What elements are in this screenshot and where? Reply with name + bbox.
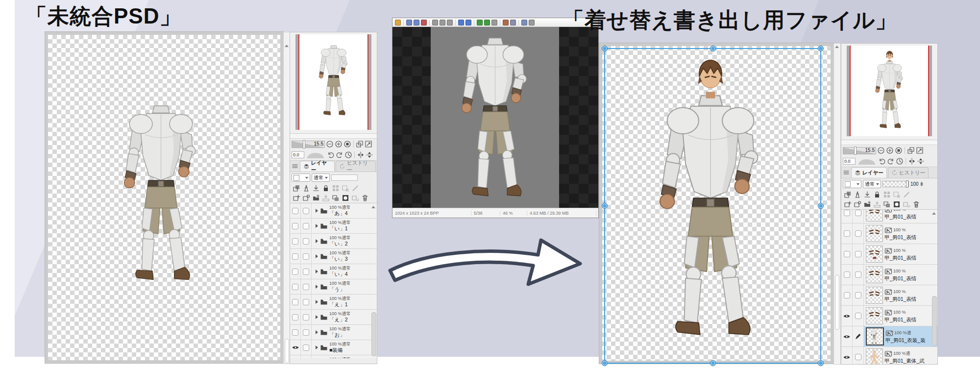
dots-icon[interactable] xyxy=(883,191,891,198)
expander-icon[interactable] xyxy=(316,270,318,273)
select-checkbox[interactable] xyxy=(855,313,861,319)
delete-file-icon[interactable] xyxy=(421,20,427,25)
scroll-up-icon[interactable] xyxy=(835,46,839,48)
new-folder-icon[interactable] xyxy=(863,200,871,208)
zoom-slider[interactable]: 15.5 xyxy=(292,141,325,148)
opacity-slider[interactable] xyxy=(331,174,358,181)
expander-icon[interactable] xyxy=(316,300,318,304)
viewer-image-area[interactable] xyxy=(392,27,598,208)
right-canvas[interactable] xyxy=(599,43,833,364)
transfer-icon[interactable] xyxy=(873,200,881,208)
apply-mask-icon[interactable] xyxy=(351,194,359,202)
palette-combo[interactable] xyxy=(292,173,310,182)
transfer-icon[interactable] xyxy=(322,194,330,202)
plus-circle-icon[interactable] xyxy=(886,147,894,154)
draw-pin-icon[interactable] xyxy=(312,184,320,192)
flip-h-icon[interactable] xyxy=(908,157,916,165)
visibility-checkbox[interactable] xyxy=(292,269,298,275)
visibility-checkbox[interactable] xyxy=(844,251,850,257)
rotation-slider[interactable] xyxy=(857,158,877,165)
scroll-up-icon[interactable] xyxy=(285,45,289,47)
opacity-slider[interactable] xyxy=(882,181,909,187)
select-checkbox[interactable] xyxy=(855,210,861,216)
tab-layer[interactable]: レイヤー xyxy=(851,167,887,178)
scroll-up-icon[interactable] xyxy=(932,212,936,215)
visibility-checkbox[interactable] xyxy=(292,284,298,290)
layer-row[interactable]: 100 %通常 「い」3 xyxy=(290,249,377,264)
ruler-x-icon[interactable] xyxy=(351,184,359,192)
select-checkbox[interactable] xyxy=(303,238,309,245)
scrollbar-thumb[interactable] xyxy=(285,339,289,363)
expander-icon[interactable] xyxy=(316,315,318,319)
sel-x-icon[interactable] xyxy=(893,191,901,198)
tab-layer[interactable]: レイヤー xyxy=(300,161,335,172)
undo-icon[interactable] xyxy=(327,151,335,159)
layer-row[interactable]: 100 %通常 「い」4 xyxy=(290,264,377,279)
layer-row[interactable]: 100 %通常 「う」 xyxy=(290,279,377,295)
layer-row[interactable]: 100 % 甲_男01_表情 xyxy=(841,209,937,223)
layer-row[interactable]: 100 % 甲_男01_表情 xyxy=(841,306,937,326)
blend-mode-combo[interactable]: 通常 xyxy=(863,180,881,188)
info-icon[interactable] xyxy=(521,20,527,25)
select-checkbox[interactable] xyxy=(855,354,861,360)
move-file-icon[interactable] xyxy=(440,20,445,25)
trash-icon[interactable] xyxy=(912,200,920,208)
apply-mask-icon[interactable] xyxy=(903,200,910,208)
select-checkbox[interactable] xyxy=(303,223,309,229)
select-checkbox[interactable] xyxy=(303,345,309,351)
visibility-checkbox[interactable] xyxy=(292,314,298,321)
visibility-checkbox[interactable] xyxy=(844,292,850,298)
expander-icon[interactable] xyxy=(316,239,318,243)
clock-icon[interactable] xyxy=(896,157,904,165)
visibility-checkbox[interactable] xyxy=(292,253,298,260)
merge-icon[interactable] xyxy=(883,200,891,208)
selection-handle-bc[interactable] xyxy=(710,360,716,366)
lock-icon[interactable] xyxy=(873,191,881,198)
expander-icon[interactable] xyxy=(316,285,318,289)
selection-handle-tl[interactable] xyxy=(602,46,608,51)
ruler-x-icon[interactable] xyxy=(903,191,910,198)
navigator-preview[interactable] xyxy=(841,44,937,140)
stop-circle-icon[interactable] xyxy=(895,147,903,154)
new-layer2-icon[interactable] xyxy=(854,200,861,208)
navigator-hscrollbar[interactable] xyxy=(841,140,937,145)
navigator-preview[interactable] xyxy=(290,32,377,134)
rotate-image-icon[interactable] xyxy=(491,20,497,25)
undo-icon[interactable] xyxy=(878,157,886,165)
layer-row[interactable]: 100 %通常 ■装備 xyxy=(290,340,377,355)
layer-row[interactable]: 100 % 甲_男01_表情 xyxy=(841,285,937,306)
reference-icon[interactable] xyxy=(854,191,861,198)
layer-row[interactable]: 100 %通常 「い」1 xyxy=(290,219,377,234)
layer-row[interactable]: 100 % 甲_男01_表情 xyxy=(841,265,937,285)
pen-icon[interactable] xyxy=(854,333,862,341)
selection-handle-tc[interactable] xyxy=(710,46,716,51)
clip-icon[interactable] xyxy=(844,191,852,198)
scrollbar-thumb[interactable] xyxy=(835,275,839,330)
layer-row[interactable]: 100 % 甲_男01_表情 xyxy=(841,244,937,265)
selection-handle-tr[interactable] xyxy=(818,46,824,51)
flip-h-icon[interactable] xyxy=(357,151,365,159)
select-checkbox[interactable] xyxy=(303,253,309,260)
prev-image-icon[interactable] xyxy=(458,20,464,25)
stop-circle-icon[interactable] xyxy=(343,140,351,148)
expand-icon[interactable] xyxy=(916,147,924,154)
pages-icon[interactable] xyxy=(907,147,915,154)
draw-pin-icon[interactable] xyxy=(863,191,871,198)
select-checkbox[interactable] xyxy=(855,230,861,237)
reference-icon[interactable] xyxy=(302,184,310,192)
rename-file-icon[interactable] xyxy=(447,20,453,25)
browse-thumbnails-icon[interactable] xyxy=(406,20,412,25)
expander-icon[interactable] xyxy=(316,345,318,349)
select-checkbox[interactable] xyxy=(855,251,861,257)
left-canvas[interactable] xyxy=(45,32,283,363)
layer-row[interactable]: 100 % 甲_男01_表情 xyxy=(841,223,937,244)
mask-circle-icon[interactable] xyxy=(342,194,349,202)
zoom-out-icon[interactable] xyxy=(484,20,490,25)
navigator-hscrollbar[interactable] xyxy=(290,134,377,139)
new-layer-icon[interactable] xyxy=(293,194,300,202)
select-checkbox[interactable] xyxy=(303,299,309,305)
expander-icon[interactable] xyxy=(316,330,318,334)
list-scrollbar-thumb[interactable] xyxy=(932,296,937,346)
layer-row[interactable]: 100 %通常 「え」1 xyxy=(290,295,377,310)
tab-history[interactable]: ヒストリー xyxy=(336,161,376,172)
